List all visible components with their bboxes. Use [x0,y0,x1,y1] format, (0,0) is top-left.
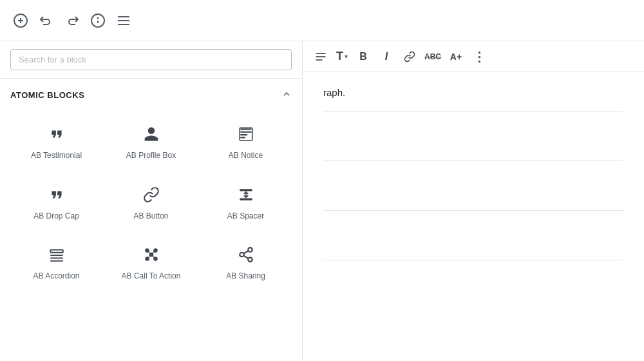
svg-line-19 [243,256,248,259]
add-block-button[interactable] [10,10,31,31]
svg-line-20 [243,251,248,253]
accordion-icon [45,243,68,266]
block-label: AB Sharing [226,271,265,282]
align-tool[interactable] [310,46,331,67]
block-label: AB Testimonial [31,151,82,161]
text-size-tool[interactable]: A+ [446,46,466,67]
editor-panel: T ▾ B I ABC A+ ⋮ raph. [303,41,644,361]
block-separator-2 [323,161,623,161]
link-tool[interactable] [399,46,420,67]
editor-content[interactable]: raph. [303,72,644,361]
strikethrough-tool[interactable]: ABC [422,46,443,67]
editor-paragraph: raph. [323,85,623,101]
svg-point-16 [248,248,252,252]
block-item-ab-button[interactable]: AB Button [105,172,197,230]
block-label: AB Notice [229,151,263,161]
text-style-tool[interactable]: T ▾ [334,46,350,67]
sharing-icon [234,243,258,266]
block-label: AB Drop Cap [33,211,79,222]
info-button[interactable] [88,10,108,31]
svg-rect-12 [50,250,63,253]
section-title: Atomic Blocks [10,90,84,100]
svg-rect-11 [240,198,252,200]
search-container [0,41,302,79]
text-style-arrow: ▾ [345,53,348,60]
menu-button[interactable] [113,10,134,31]
block-grid: AB Testimonial AB Profile Box [10,112,292,290]
section-header: Atomic Blocks [10,89,292,101]
block-separator-3 [323,210,623,211]
profile-icon [140,122,163,146]
block-inserter-panel: Atomic Blocks AB Testimonial [0,41,303,361]
search-input[interactable] [10,49,292,70]
spacer-icon [234,183,258,206]
button-link-icon [140,183,163,206]
editor-toolbar: T ▾ B I ABC A+ ⋮ [303,41,644,72]
testimonial-icon [45,122,68,146]
notice-icon [234,122,258,146]
bold-tool[interactable]: B [353,46,374,67]
redo-button[interactable] [62,10,82,31]
svg-rect-10 [240,189,252,191]
italic-tool[interactable]: I [376,46,397,67]
block-item-ab-spacer[interactable]: AB Spacer [200,172,292,230]
call-to-action-icon [140,243,163,266]
block-item-ab-profile-box[interactable]: AB Profile Box [105,112,197,170]
block-separator-4 [323,260,623,260]
svg-point-18 [248,258,252,262]
more-options-tool[interactable]: ⋮ [469,46,489,67]
block-item-ab-testimonial[interactable]: AB Testimonial [10,112,102,170]
svg-point-17 [240,253,244,257]
main-area: Atomic Blocks AB Testimonial [0,41,644,361]
block-item-ab-notice[interactable]: AB Notice [200,112,292,170]
block-label: AB Profile Box [126,151,176,161]
drop-cap-icon [45,183,68,206]
block-separator-1 [323,111,623,112]
atomic-blocks-section: Atomic Blocks AB Testimonial [0,79,302,300]
block-item-ab-sharing[interactable]: AB Sharing [200,232,292,290]
block-label: AB Spacer [227,211,264,222]
collapse-button[interactable] [281,89,292,101]
block-label: AB Call To Action [122,271,181,282]
top-toolbar [0,0,644,41]
block-label: AB Accordion [33,271,79,282]
block-label: AB Button [133,211,168,222]
block-item-ab-drop-cap[interactable]: AB Drop Cap [10,172,102,230]
undo-button[interactable] [36,10,57,31]
block-item-ab-call-to-action[interactable]: AB Call To Action [105,232,197,290]
block-item-ab-accordion[interactable]: AB Accordion [10,232,102,290]
